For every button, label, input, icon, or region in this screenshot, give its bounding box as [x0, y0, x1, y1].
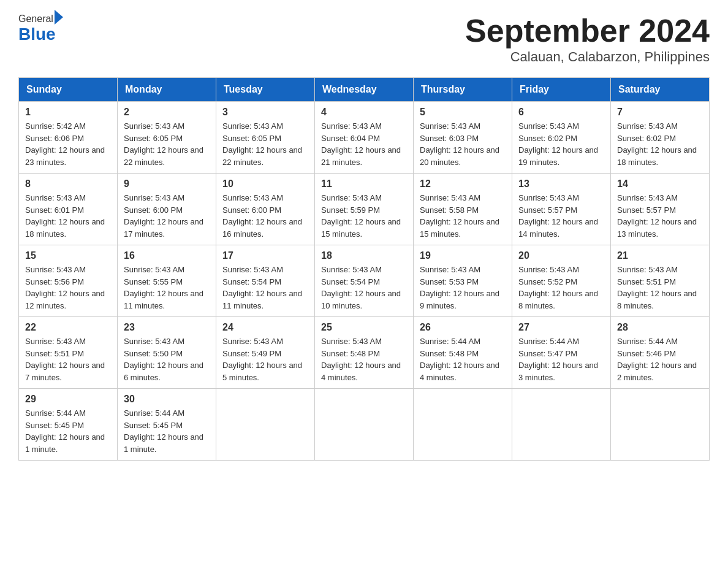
table-row: 9 Sunrise: 5:43 AMSunset: 6:00 PMDayligh…	[118, 174, 216, 245]
calendar-week-row: 15 Sunrise: 5:43 AMSunset: 5:56 PMDaylig…	[19, 245, 710, 317]
day-number: 6	[518, 107, 604, 118]
day-number: 13	[518, 178, 604, 190]
table-row: 25 Sunrise: 5:43 AMSunset: 5:48 PMDaylig…	[315, 317, 414, 389]
day-detail: Sunrise: 5:43 AMSunset: 5:59 PMDaylight:…	[321, 192, 407, 240]
day-detail: Sunrise: 5:43 AMSunset: 5:54 PMDaylight:…	[222, 264, 308, 312]
table-row	[611, 389, 710, 461]
day-number: 1	[25, 107, 111, 118]
table-row: 7 Sunrise: 5:43 AMSunset: 6:02 PMDayligh…	[611, 102, 710, 174]
day-number: 10	[222, 178, 308, 190]
table-row	[512, 389, 611, 461]
table-row: 5 Sunrise: 5:43 AMSunset: 6:03 PMDayligh…	[414, 102, 512, 174]
table-row: 10 Sunrise: 5:43 AMSunset: 6:00 PMDaylig…	[216, 174, 315, 245]
calendar-week-row: 22 Sunrise: 5:43 AMSunset: 5:51 PMDaylig…	[19, 317, 710, 389]
day-number: 4	[321, 107, 407, 118]
table-row: 22 Sunrise: 5:43 AMSunset: 5:51 PMDaylig…	[19, 317, 118, 389]
page-header: General Blue September 2024 Calauan, Cal…	[18, 12, 710, 65]
table-row: 1 Sunrise: 5:42 AMSunset: 6:06 PMDayligh…	[19, 102, 118, 174]
day-detail: Sunrise: 5:43 AMSunset: 6:04 PMDaylight:…	[321, 120, 407, 168]
day-number: 14	[617, 178, 703, 190]
table-row: 21 Sunrise: 5:43 AMSunset: 5:51 PMDaylig…	[611, 245, 710, 317]
day-detail: Sunrise: 5:43 AMSunset: 5:51 PMDaylight:…	[617, 264, 703, 312]
table-row	[414, 389, 512, 461]
calendar-week-row: 1 Sunrise: 5:42 AMSunset: 6:06 PMDayligh…	[19, 102, 710, 174]
day-number: 17	[222, 250, 308, 261]
day-detail: Sunrise: 5:43 AMSunset: 6:01 PMDaylight:…	[25, 192, 111, 240]
day-detail: Sunrise: 5:43 AMSunset: 5:53 PMDaylight:…	[420, 264, 506, 312]
location-title: Calauan, Calabarzon, Philippines	[465, 49, 710, 65]
col-monday: Monday	[118, 78, 216, 102]
day-number: 18	[321, 250, 407, 261]
day-detail: Sunrise: 5:43 AMSunset: 5:58 PMDaylight:…	[420, 192, 506, 240]
table-row: 12 Sunrise: 5:43 AMSunset: 5:58 PMDaylig…	[414, 174, 512, 245]
day-detail: Sunrise: 5:43 AMSunset: 6:05 PMDaylight:…	[222, 120, 308, 168]
day-detail: Sunrise: 5:42 AMSunset: 6:06 PMDaylight:…	[25, 120, 111, 168]
day-number: 25	[321, 322, 407, 333]
day-number: 26	[420, 322, 506, 333]
table-row: 8 Sunrise: 5:43 AMSunset: 6:01 PMDayligh…	[19, 174, 118, 245]
day-number: 28	[617, 322, 703, 333]
table-row: 29 Sunrise: 5:44 AMSunset: 5:45 PMDaylig…	[19, 389, 118, 461]
table-row: 30 Sunrise: 5:44 AMSunset: 5:45 PMDaylig…	[118, 389, 216, 461]
logo: General Blue	[18, 12, 63, 44]
table-row: 2 Sunrise: 5:43 AMSunset: 6:05 PMDayligh…	[118, 102, 216, 174]
logo-arrow-icon	[55, 10, 63, 25]
table-row: 15 Sunrise: 5:43 AMSunset: 5:56 PMDaylig…	[19, 245, 118, 317]
logo-general-text: General	[18, 13, 53, 25]
day-detail: Sunrise: 5:43 AMSunset: 6:02 PMDaylight:…	[617, 120, 703, 168]
day-detail: Sunrise: 5:43 AMSunset: 5:56 PMDaylight:…	[25, 264, 111, 312]
day-number: 21	[617, 250, 703, 261]
table-row: 13 Sunrise: 5:43 AMSunset: 5:57 PMDaylig…	[512, 174, 611, 245]
col-saturday: Saturday	[611, 78, 710, 102]
day-number: 16	[124, 250, 210, 261]
month-title: September 2024	[465, 12, 710, 49]
day-number: 12	[420, 178, 506, 190]
day-detail: Sunrise: 5:43 AMSunset: 6:00 PMDaylight:…	[124, 192, 210, 240]
calendar-week-row: 29 Sunrise: 5:44 AMSunset: 5:45 PMDaylig…	[19, 389, 710, 461]
table-row: 16 Sunrise: 5:43 AMSunset: 5:55 PMDaylig…	[118, 245, 216, 317]
day-number: 22	[25, 322, 111, 333]
title-block: September 2024 Calauan, Calabarzon, Phil…	[465, 12, 710, 65]
day-detail: Sunrise: 5:43 AMSunset: 5:57 PMDaylight:…	[617, 192, 703, 240]
col-thursday: Thursday	[414, 78, 512, 102]
table-row: 28 Sunrise: 5:44 AMSunset: 5:46 PMDaylig…	[611, 317, 710, 389]
day-number: 23	[124, 322, 210, 333]
table-row: 17 Sunrise: 5:43 AMSunset: 5:54 PMDaylig…	[216, 245, 315, 317]
table-row: 11 Sunrise: 5:43 AMSunset: 5:59 PMDaylig…	[315, 174, 414, 245]
day-detail: Sunrise: 5:43 AMSunset: 6:00 PMDaylight:…	[222, 192, 308, 240]
day-detail: Sunrise: 5:43 AMSunset: 5:52 PMDaylight:…	[518, 264, 604, 312]
day-number: 27	[518, 322, 604, 333]
table-row: 23 Sunrise: 5:43 AMSunset: 5:50 PMDaylig…	[118, 317, 216, 389]
day-number: 9	[124, 178, 210, 190]
table-row: 4 Sunrise: 5:43 AMSunset: 6:04 PMDayligh…	[315, 102, 414, 174]
day-detail: Sunrise: 5:43 AMSunset: 5:50 PMDaylight:…	[124, 335, 210, 383]
day-detail: Sunrise: 5:43 AMSunset: 5:51 PMDaylight:…	[25, 335, 111, 383]
table-row: 3 Sunrise: 5:43 AMSunset: 6:05 PMDayligh…	[216, 102, 315, 174]
day-number: 8	[25, 178, 111, 190]
calendar-week-row: 8 Sunrise: 5:43 AMSunset: 6:01 PMDayligh…	[19, 174, 710, 245]
table-row: 14 Sunrise: 5:43 AMSunset: 5:57 PMDaylig…	[611, 174, 710, 245]
day-number: 5	[420, 107, 506, 118]
day-number: 7	[617, 107, 703, 118]
col-sunday: Sunday	[19, 78, 118, 102]
day-detail: Sunrise: 5:44 AMSunset: 5:45 PMDaylight:…	[124, 407, 210, 455]
table-row: 19 Sunrise: 5:43 AMSunset: 5:53 PMDaylig…	[414, 245, 512, 317]
day-detail: Sunrise: 5:44 AMSunset: 5:48 PMDaylight:…	[420, 335, 506, 383]
day-number: 3	[222, 107, 308, 118]
day-number: 2	[124, 107, 210, 118]
day-detail: Sunrise: 5:43 AMSunset: 6:02 PMDaylight:…	[518, 120, 604, 168]
day-detail: Sunrise: 5:43 AMSunset: 6:05 PMDaylight:…	[124, 120, 210, 168]
day-detail: Sunrise: 5:43 AMSunset: 5:48 PMDaylight:…	[321, 335, 407, 383]
day-number: 11	[321, 178, 407, 190]
col-tuesday: Tuesday	[216, 78, 315, 102]
day-number: 20	[518, 250, 604, 261]
day-detail: Sunrise: 5:43 AMSunset: 5:57 PMDaylight:…	[518, 192, 604, 240]
table-row: 6 Sunrise: 5:43 AMSunset: 6:02 PMDayligh…	[512, 102, 611, 174]
day-detail: Sunrise: 5:44 AMSunset: 5:45 PMDaylight:…	[25, 407, 111, 455]
day-number: 15	[25, 250, 111, 261]
day-detail: Sunrise: 5:44 AMSunset: 5:47 PMDaylight:…	[518, 335, 604, 383]
logo-blue-text: Blue	[18, 25, 56, 44]
calendar-table: Sunday Monday Tuesday Wednesday Thursday…	[18, 77, 710, 461]
day-detail: Sunrise: 5:43 AMSunset: 5:55 PMDaylight:…	[124, 264, 210, 312]
table-row: 18 Sunrise: 5:43 AMSunset: 5:54 PMDaylig…	[315, 245, 414, 317]
